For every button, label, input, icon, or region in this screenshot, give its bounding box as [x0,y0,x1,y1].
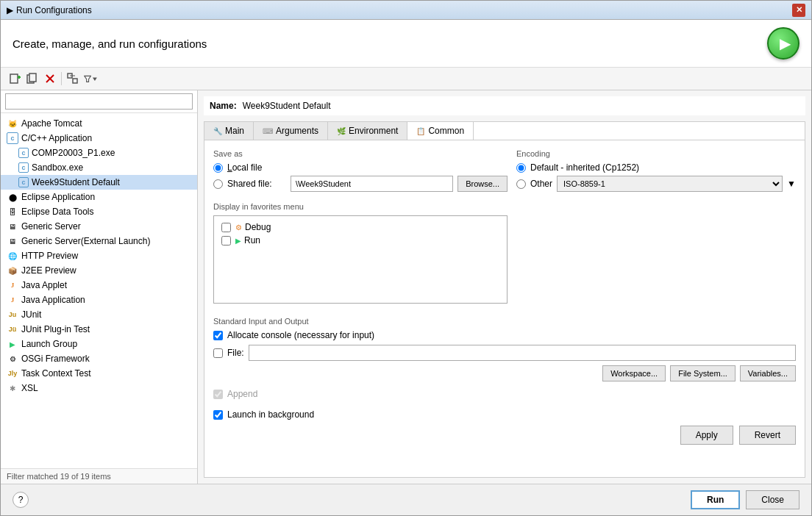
encoding-default-label[interactable]: Default - inherited (Cp1252) [530,162,639,173]
duplicate-configuration-button[interactable] [24,71,40,87]
local-file-label[interactable]: Local file [227,162,262,173]
delete-configuration-button[interactable] [42,71,58,87]
tree-item-label: Java Application [21,295,85,305]
tree-item-cpp-application[interactable]: c C/C++ Application [1,131,197,146]
tab-main-label: Main [225,126,244,136]
favorites-list: ⚙ Debug ▶ Run [213,215,508,304]
encoding-default-radio[interactable] [516,163,526,173]
tab-arguments-label: Arguments [276,126,318,136]
cpp-child-icon: c [18,148,29,158]
allocate-console-checkbox[interactable] [213,331,223,340]
tree-item-label: Generic Server(External Launch) [21,236,150,246]
tree-item-generic-server-ext[interactable]: 🖥 Generic Server(External Launch) [1,234,197,248]
tree-item-j2ee-preview[interactable]: 📦 J2EE Preview [1,263,197,278]
tree-item-sandbox[interactable]: c Sandbox.exe [1,160,197,175]
local-file-radio[interactable] [213,163,223,173]
tree-item-osgi[interactable]: ⚙ OSGi Framework [1,351,197,366]
tab-arguments[interactable]: ⌨ Arguments [254,122,328,140]
shared-file-row: Shared file: Browse... [213,176,508,192]
task-icon: Jly [7,368,18,379]
apply-button[interactable]: Apply [680,426,733,445]
tab-main[interactable]: 🔧 Main [204,122,254,140]
shared-file-input[interactable] [291,176,453,192]
browse-button[interactable]: Browse... [457,176,508,192]
shared-file-label[interactable]: Shared file: [227,179,286,189]
name-row: Name: Week9Student Default [204,96,805,115]
tree-item-label: Eclipse Application [21,192,95,202]
filter-status: Filter matched 19 of 19 items [1,468,197,484]
encoding-title: Encoding [516,149,796,158]
favorites-run-checkbox[interactable] [221,236,231,246]
tree-item-week9student[interactable]: c Week9Student Default [1,175,197,190]
tree-item-junit[interactable]: Ju JUnit [1,307,197,322]
tab-environment-icon: 🌿 [337,127,346,135]
configurations-tree-panel: 🐱 Apache Tomcat c C/C++ Application c CO… [1,90,198,484]
run-button[interactable]: Run [691,490,740,509]
apache-tomcat-icon: 🐱 [7,118,18,129]
tree-item-label: Task Context Test [21,368,91,379]
filter-button[interactable] [82,71,99,87]
tree-item-http-preview[interactable]: 🌐 HTTP Preview [1,248,197,263]
allocate-console-label[interactable]: Allocate console (necessary for input) [227,330,374,340]
run-label-text: Run [244,235,260,246]
favorites-run-label[interactable]: ▶ Run [235,235,260,246]
tree-item-xsl[interactable]: ✱ XSL [1,381,197,395]
variables-button[interactable]: Variables... [740,365,796,381]
tree-item-java-application[interactable]: J Java Application [1,293,197,307]
append-label-text: Append [227,389,257,399]
encoding-select[interactable]: ISO-8859-1 [557,176,783,192]
append-checkbox[interactable] [213,390,223,399]
revert-button[interactable]: Revert [739,426,796,445]
tree-item-junit-plugin[interactable]: Jü JUnit Plug-in Test [1,322,197,337]
new-configuration-button[interactable] [7,71,23,87]
workspace-button[interactable]: Workspace... [602,365,666,381]
collapse-all-button[interactable] [65,71,81,87]
close-button[interactable]: Close [746,490,799,509]
tree-item-launch-group[interactable]: ▶ Launch Group [1,337,197,351]
encoding-other-label[interactable]: Other [530,179,552,189]
tab-environment-label: Environment [349,126,398,136]
tab-common[interactable]: 📋 Common [407,122,474,140]
title-bar: ▶ Run Configurations ✕ [1,1,811,20]
encoding-other-radio[interactable] [516,179,526,189]
tree-item-generic-server[interactable]: 🖥 Generic Server [1,219,197,234]
launch-background-row: Launch in background [213,409,796,420]
tree-item-eclipse-data[interactable]: 🗄 Eclipse Data Tools [1,204,197,219]
file-label[interactable]: File: [227,348,244,358]
title-bar-text: Run Configurations [16,5,792,15]
tab-common-icon: 📋 [416,127,425,135]
local-file-label-text: L [227,162,232,173]
search-input[interactable] [5,93,193,110]
tree-item-eclipse-application[interactable]: ⬤ Eclipse Application [1,190,197,204]
tab-environment[interactable]: 🌿 Environment [328,122,407,140]
append-label: Append [227,389,257,399]
shared-file-radio[interactable] [213,179,223,189]
tab-content-common: Save as Local file S [204,140,805,478]
tree-item-comp20003[interactable]: c COMP20003_P1.exe [1,146,197,160]
file-path-input[interactable] [249,345,796,361]
cpp-child-icon: c [18,162,29,173]
window-close-button[interactable]: ✕ [792,4,805,17]
launch-background-checkbox[interactable] [213,410,223,420]
name-label: Name: [210,101,237,111]
favorites-debug-label[interactable]: ⚙ Debug [235,222,271,232]
server-icon: 🖥 [7,221,18,232]
java-applet-icon: J [7,279,18,291]
save-as-radio-group: Local file Shared file: Browse... [213,162,508,192]
save-as-section: Save as Local file S [213,149,508,192]
help-button[interactable]: ? [13,492,29,508]
server-ext-icon: 🖥 [7,235,18,247]
file-checkbox[interactable] [213,348,223,358]
cpp-child-icon: c [18,177,29,187]
file-system-button[interactable]: File System... [670,365,736,381]
file-row: File: [213,345,796,361]
http-icon: 🌐 [7,250,18,262]
launch-background-label[interactable]: Launch in background [227,409,314,420]
tree-item-apache-tomcat[interactable]: 🐱 Apache Tomcat [1,116,197,131]
title-bar-icon: ▶ [7,5,13,15]
configurations-toolbar [1,68,811,90]
favorites-debug-checkbox[interactable] [221,223,231,232]
main-content: 🐱 Apache Tomcat c C/C++ Application c CO… [1,90,811,484]
tree-item-task-context[interactable]: Jly Task Context Test [1,366,197,381]
tree-item-java-applet[interactable]: J Java Applet [1,278,197,293]
